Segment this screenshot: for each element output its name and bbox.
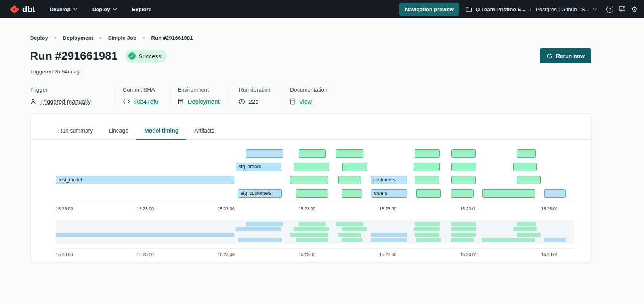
meta-run-duration: Run duration 22s xyxy=(231,87,282,105)
breadcrumb-run: Run #291661981 xyxy=(151,35,193,41)
overview-row xyxy=(56,222,574,226)
document-icon xyxy=(290,98,296,105)
top-navbar: dbt Develop Deploy Explore Navigation pr… xyxy=(0,0,644,18)
tab-model-timing[interactable]: Model timing xyxy=(136,122,186,140)
timing-bar[interactable] xyxy=(414,163,440,171)
overview-time-axis: 15:23:0015:23:0015:23:0015:23:0015:23:00… xyxy=(56,248,574,259)
run-detail-card: Run summary Lineage Model timing Artifac… xyxy=(30,113,591,263)
timing-bar[interactable] xyxy=(342,163,367,171)
settings-gear-icon[interactable]: ⚙ xyxy=(631,6,638,13)
timing-bar[interactable] xyxy=(482,189,535,198)
timing-bar[interactable] xyxy=(296,189,328,198)
timing-bar[interactable] xyxy=(338,176,361,184)
tab-lineage[interactable]: Lineage xyxy=(101,122,136,139)
tab-run-summary[interactable]: Run summary xyxy=(50,122,101,139)
clock-icon xyxy=(239,98,245,105)
success-check-icon: ✓ xyxy=(128,52,136,60)
timing-bar[interactable] xyxy=(513,163,537,171)
gantt-row xyxy=(56,149,574,158)
commit-sha-link[interactable]: #0b47ef5 xyxy=(134,98,159,105)
tab-artifacts[interactable]: Artifacts xyxy=(186,122,222,139)
axis-tick-label: 15:23:00 xyxy=(379,206,396,211)
account-project-switcher[interactable]: Q Team Pristine S... / Postgres | Github… xyxy=(466,6,597,12)
timing-bar-customers[interactable]: customers xyxy=(371,176,407,184)
axis-tick-label: 15:23:01 xyxy=(541,252,558,257)
timing-bar-orders[interactable]: orders xyxy=(371,189,407,198)
timing-bar-test_model[interactable]: test_model xyxy=(56,176,234,184)
gantt-row: test_modelcustomers xyxy=(56,176,574,184)
refresh-icon xyxy=(547,53,552,59)
timing-bar[interactable] xyxy=(415,149,440,158)
timing-bar[interactable] xyxy=(517,149,536,158)
feedback-icon[interactable] xyxy=(619,6,626,12)
overview-bar xyxy=(451,227,476,231)
overview-bar xyxy=(238,238,282,242)
overview-bar xyxy=(236,227,281,231)
meta-trigger: Trigger Triggered manually xyxy=(30,87,115,105)
overview-bar xyxy=(517,222,536,226)
trigger-value[interactable]: Triggered manually xyxy=(40,98,91,105)
overview-bar xyxy=(299,222,326,226)
navigation-preview-button[interactable]: Navigation preview xyxy=(399,3,459,16)
chevron-down-icon xyxy=(73,8,77,11)
breadcrumb-separator: > xyxy=(54,35,57,41)
chevron-down-icon xyxy=(593,8,597,11)
breadcrumb-deployment[interactable]: Deployment xyxy=(63,35,93,41)
meta-label: Trigger xyxy=(30,87,91,93)
timing-bar[interactable] xyxy=(342,189,362,198)
timing-bar[interactable] xyxy=(544,189,566,198)
timing-bar[interactable] xyxy=(517,176,541,184)
timing-bar[interactable] xyxy=(451,176,476,184)
meta-documentation: Documentation View xyxy=(283,87,339,105)
page-title: Run #291661981 xyxy=(30,50,118,62)
environment-link[interactable]: Deployment xyxy=(187,98,219,105)
timing-bar[interactable] xyxy=(299,149,326,158)
dbt-logo[interactable]: dbt xyxy=(10,4,35,14)
timing-bar[interactable] xyxy=(336,149,363,158)
timing-bar-stg_customers[interactable]: stg_customers xyxy=(238,189,282,198)
axis-tick-label: 15:23:00 xyxy=(56,206,73,211)
menu-develop[interactable]: Develop xyxy=(50,6,77,12)
menu-deploy[interactable]: Deploy xyxy=(92,6,117,12)
timing-bar[interactable] xyxy=(294,163,329,171)
overview-bar xyxy=(336,222,363,226)
meta-environment: Environment Deployment xyxy=(170,87,231,105)
timing-bar[interactable] xyxy=(415,176,439,184)
breadcrumb-job[interactable]: SImple Job xyxy=(108,35,136,41)
project-name: Postgres | Github | S... xyxy=(536,6,589,12)
meta-label: Commit SHA xyxy=(123,87,159,93)
timing-bar-stg_orders[interactable]: stg_orders xyxy=(236,163,281,171)
timing-bar[interactable] xyxy=(246,149,283,158)
axis-tick-label: 15:23:00 xyxy=(218,206,235,211)
main-menu: Develop Deploy Explore xyxy=(50,6,151,12)
timing-bar[interactable] xyxy=(451,163,476,171)
timing-bar[interactable] xyxy=(451,149,476,158)
meta-label: Run duration xyxy=(239,87,270,93)
overview-row xyxy=(56,227,574,231)
timing-bar[interactable] xyxy=(451,189,474,198)
overview-bar xyxy=(342,227,367,231)
path-separator: / xyxy=(529,6,532,12)
timing-bar[interactable] xyxy=(290,176,328,184)
overview-brush-chart[interactable] xyxy=(56,220,574,244)
overview-bar xyxy=(416,238,440,242)
overview-bar xyxy=(451,238,474,242)
axis-tick-label: 15:23:00 xyxy=(298,206,315,211)
overview-bar xyxy=(517,233,541,237)
meta-commit-sha: Commit SHA #0b47ef5 xyxy=(115,87,170,105)
axis-tick-label: 15:23:01 xyxy=(541,206,558,211)
overview-row xyxy=(56,238,574,242)
run-meta-row: Trigger Triggered manually Commit SHA #0… xyxy=(30,87,591,105)
triggered-time-text: Triggered 2h 54m ago xyxy=(30,69,591,75)
chevron-down-icon xyxy=(113,8,117,11)
menu-explore[interactable]: Explore xyxy=(132,6,152,12)
gantt-chart: stg_orderstest_modelcustomersstg_custome… xyxy=(56,149,574,198)
rerun-now-button[interactable]: Rerun now xyxy=(540,48,591,63)
timing-bar[interactable] xyxy=(416,189,440,198)
overview-bar xyxy=(338,233,361,237)
breadcrumb-deploy[interactable]: Deploy xyxy=(30,35,48,41)
status-label: Success xyxy=(139,53,161,60)
documentation-view-link[interactable]: View xyxy=(299,98,312,105)
help-icon[interactable]: ? xyxy=(606,6,613,13)
overview-row xyxy=(56,233,574,237)
